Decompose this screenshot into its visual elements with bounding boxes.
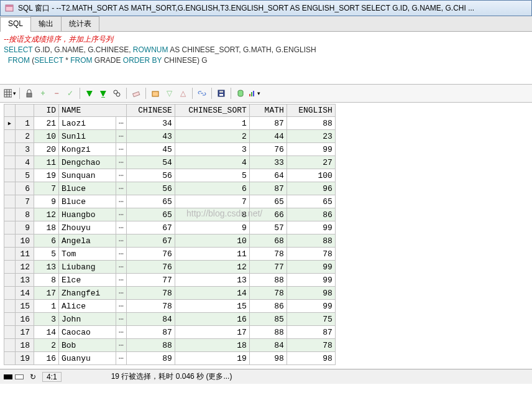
row-selector[interactable] xyxy=(4,274,16,287)
cell-name-more[interactable]: ⋯ xyxy=(116,261,127,274)
table-row[interactable]: 182Bob⋯88188478 xyxy=(4,339,336,352)
cell-id[interactable]: 12 xyxy=(34,208,59,221)
cell-name[interactable]: John xyxy=(59,313,116,326)
cell-name[interactable]: Zhouyu xyxy=(59,221,116,234)
cell-id[interactable]: 10 xyxy=(34,130,59,143)
cell-name[interactable]: Kongzi xyxy=(59,143,116,156)
cell-id[interactable]: 8 xyxy=(34,274,59,287)
refresh-icon[interactable]: ↻ xyxy=(30,373,36,381)
cell-name-more[interactable]: ⋯ xyxy=(116,221,127,234)
cell-english[interactable]: 86 xyxy=(287,208,335,221)
cell-math[interactable]: 33 xyxy=(249,156,287,169)
cell-name[interactable]: Laozi xyxy=(59,117,116,130)
table-row[interactable]: 1213Liubang⋯76127799 xyxy=(4,261,336,274)
check-icon[interactable]: ✓ xyxy=(64,87,76,100)
cell-id[interactable]: 2 xyxy=(34,339,59,352)
row-selector[interactable] xyxy=(4,130,16,143)
row-selector[interactable] xyxy=(4,143,16,156)
cell-chinese[interactable]: 78 xyxy=(126,287,175,300)
cell-english[interactable]: 75 xyxy=(287,313,335,326)
cell-math[interactable]: 44 xyxy=(249,130,287,143)
cell-name[interactable]: Bob xyxy=(59,339,116,352)
row-selector[interactable] xyxy=(4,208,16,221)
row-selector[interactable] xyxy=(4,313,16,326)
cell-chinese-sort[interactable]: 6 xyxy=(175,182,249,195)
cell-id[interactable]: 7 xyxy=(34,182,59,195)
cell-chinese-sort[interactable]: 5 xyxy=(175,169,249,182)
cell-name[interactable]: Tom xyxy=(59,248,116,261)
row-selector[interactable] xyxy=(4,287,16,300)
cell-english[interactable]: 27 xyxy=(287,156,335,169)
cell-chinese-sort[interactable]: 14 xyxy=(175,287,249,300)
row-selector[interactable] xyxy=(4,221,16,234)
cell-name-more[interactable]: ⋯ xyxy=(116,117,127,130)
row-selector[interactable] xyxy=(4,182,16,195)
row-selector[interactable] xyxy=(4,169,16,182)
table-row[interactable]: 151Alice⋯78158699 xyxy=(4,300,336,313)
cell-english[interactable]: 98 xyxy=(287,352,335,365)
up-icon[interactable]: △ xyxy=(177,87,189,100)
cell-chinese-sort[interactable]: 16 xyxy=(175,313,249,326)
table-row[interactable]: 1714Caocao⋯87178887 xyxy=(4,326,336,339)
cell-name-more[interactable]: ⋯ xyxy=(116,300,127,313)
col-header-math[interactable]: MATH xyxy=(249,104,287,117)
cell-math[interactable]: 88 xyxy=(249,326,287,339)
cell-chinese[interactable]: 88 xyxy=(126,339,175,352)
cell-id[interactable]: 21 xyxy=(34,117,59,130)
cell-chinese[interactable]: 65 xyxy=(126,208,175,221)
cell-chinese[interactable]: 89 xyxy=(126,352,175,365)
cell-chinese[interactable]: 56 xyxy=(126,182,175,195)
cell-chinese-sort[interactable]: 8 xyxy=(175,208,249,221)
cell-id[interactable]: 3 xyxy=(34,313,59,326)
cell-chinese[interactable]: 65 xyxy=(126,195,175,208)
cell-name[interactable]: Caocao xyxy=(59,326,116,339)
cell-chinese[interactable]: 43 xyxy=(126,130,175,143)
cell-chinese-sort[interactable]: 13 xyxy=(175,274,249,287)
row-selector[interactable] xyxy=(4,195,16,208)
results-grid[interactable]: ID NAME CHINESE CHINESE_SORT MATH ENGLIS… xyxy=(4,104,336,365)
cell-chinese-sort[interactable]: 4 xyxy=(175,156,249,169)
cell-chinese[interactable]: 67 xyxy=(126,234,175,248)
cell-id[interactable]: 16 xyxy=(34,352,59,365)
cell-english[interactable]: 78 xyxy=(287,248,335,261)
cell-name-more[interactable]: ⋯ xyxy=(116,169,127,182)
cell-id[interactable]: 13 xyxy=(34,261,59,274)
cell-english[interactable]: 88 xyxy=(287,234,335,248)
cell-name[interactable]: Huangbo xyxy=(59,208,116,221)
table-row[interactable]: 918Zhouyu⋯6795799 xyxy=(4,221,336,234)
cell-chinese[interactable]: 34 xyxy=(126,117,175,130)
cell-name[interactable]: Elce xyxy=(59,274,116,287)
row-selector[interactable]: ▸ xyxy=(4,117,16,130)
cell-english[interactable]: 23 xyxy=(287,130,335,143)
cell-math[interactable]: 57 xyxy=(249,221,287,234)
row-number-header[interactable] xyxy=(16,104,34,117)
table-row[interactable]: 79Bluce⋯6576565 xyxy=(4,195,336,208)
grid-icon[interactable] xyxy=(4,87,16,100)
cell-math[interactable]: 66 xyxy=(249,208,287,221)
cell-english[interactable]: 99 xyxy=(287,221,335,234)
table-row[interactable]: 67Bluce⋯5668796 xyxy=(4,182,336,195)
cell-id[interactable]: 20 xyxy=(34,143,59,156)
table-row[interactable]: 519Sunquan⋯56564100 xyxy=(4,169,336,182)
cell-name-more[interactable]: ⋯ xyxy=(116,248,127,261)
row-selector[interactable] xyxy=(4,326,16,339)
cell-name-more[interactable]: ⋯ xyxy=(116,313,127,326)
col-header-chinese-sort[interactable]: CHINESE_SORT xyxy=(175,104,249,117)
tab-sql[interactable]: SQL xyxy=(0,17,31,32)
cell-math[interactable]: 76 xyxy=(249,143,287,156)
link-icon[interactable] xyxy=(196,87,208,100)
cell-chinese[interactable]: 67 xyxy=(126,221,175,234)
cell-english[interactable]: 65 xyxy=(287,195,335,208)
exec-icon[interactable]: ⯆ xyxy=(83,87,96,100)
cell-math[interactable]: 78 xyxy=(249,248,287,261)
cell-chinese-sort[interactable]: 3 xyxy=(175,143,249,156)
table-row[interactable]: 812Huangbo⋯6586686 xyxy=(4,208,336,221)
cell-name[interactable]: Sunli xyxy=(59,130,116,143)
cell-chinese[interactable]: 45 xyxy=(126,143,175,156)
save-icon[interactable] xyxy=(215,87,227,100)
cell-english[interactable]: 99 xyxy=(287,143,335,156)
row-selector[interactable] xyxy=(4,248,16,261)
cell-name-more[interactable]: ⋯ xyxy=(116,352,127,365)
tab-stats[interactable]: 统计表 xyxy=(61,16,99,31)
cell-math[interactable]: 65 xyxy=(249,195,287,208)
